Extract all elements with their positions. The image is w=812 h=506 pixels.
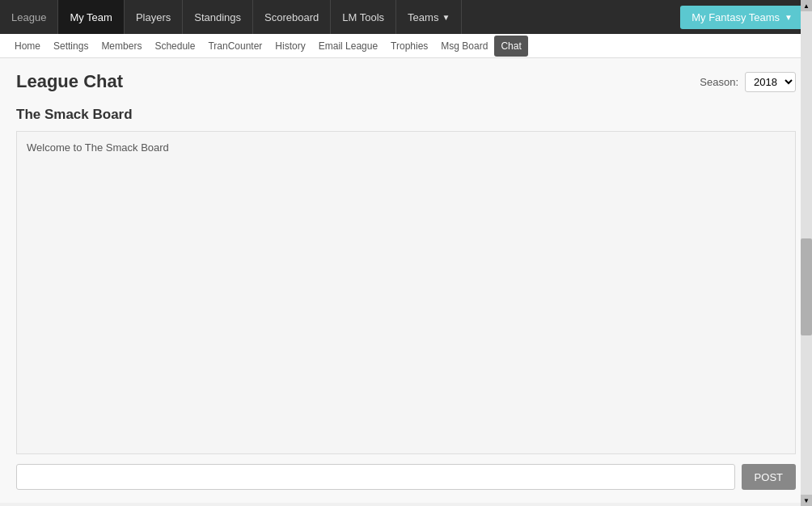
navbar-right: My Fantasy Teams ▼ <box>672 0 812 34</box>
smack-board-title: The Smack Board <box>16 107 796 123</box>
my-fantasy-teams-button[interactable]: My Fantasy Teams ▼ <box>680 6 804 29</box>
navbar-item-standings[interactable]: Standings <box>183 0 253 34</box>
subnav-email-league[interactable]: Email League <box>312 36 384 57</box>
main-content: League Chat Season: 2018 2017 2016 2015 … <box>0 58 812 503</box>
post-button[interactable]: POST <box>742 464 796 490</box>
subnav-chat[interactable]: Chat <box>494 36 527 57</box>
scrollbar-up-button[interactable]: ▲ <box>801 0 812 11</box>
sub-navbar: Home Settings Members Schedule TranCount… <box>0 34 812 58</box>
subnav-settings[interactable]: Settings <box>47 36 95 57</box>
season-select[interactable]: 2018 2017 2016 2015 <box>745 72 796 92</box>
subnav-home[interactable]: Home <box>8 36 47 57</box>
navbar-item-scoreboard[interactable]: Scoreboard <box>253 0 331 34</box>
post-input[interactable] <box>16 464 735 490</box>
teams-label: Teams <box>408 11 438 23</box>
subnav-history[interactable]: History <box>269 36 311 57</box>
welcome-message: Welcome to The Smack Board <box>27 141 785 154</box>
subnav-trophies[interactable]: Trophies <box>384 36 434 57</box>
smack-board-area: Welcome to The Smack Board <box>16 131 796 454</box>
page-header: League Chat Season: 2018 2017 2016 2015 <box>16 71 796 92</box>
scrollbar-track: ▲ ▼ <box>801 0 812 506</box>
navbar-item-my-team[interactable]: My Team <box>58 0 125 34</box>
season-label: Season: <box>700 76 738 88</box>
navbar-item-players[interactable]: Players <box>125 0 183 34</box>
my-fantasy-dropdown-arrow: ▼ <box>785 13 793 22</box>
post-area: POST <box>16 464 796 490</box>
my-fantasy-teams-label: My Fantasy Teams <box>691 11 780 23</box>
season-selector: Season: 2018 2017 2016 2015 <box>700 72 796 92</box>
brand-label: League <box>0 0 58 34</box>
subnav-trancounter[interactable]: TranCounter <box>201 36 269 57</box>
subnav-members[interactable]: Members <box>95 36 148 57</box>
scrollbar-down-button[interactable]: ▼ <box>801 495 812 506</box>
subnav-schedule[interactable]: Schedule <box>148 36 201 57</box>
page-title: League Chat <box>16 71 123 92</box>
subnav-msg-board[interactable]: Msg Board <box>434 36 494 57</box>
main-navbar: League My Team Players Standings Scorebo… <box>0 0 812 34</box>
scrollbar-thumb[interactable] <box>801 238 812 335</box>
teams-dropdown-arrow: ▼ <box>442 13 450 22</box>
navbar-item-lm-tools[interactable]: LM Tools <box>331 0 396 34</box>
navbar-item-teams[interactable]: Teams ▼ <box>396 0 462 34</box>
